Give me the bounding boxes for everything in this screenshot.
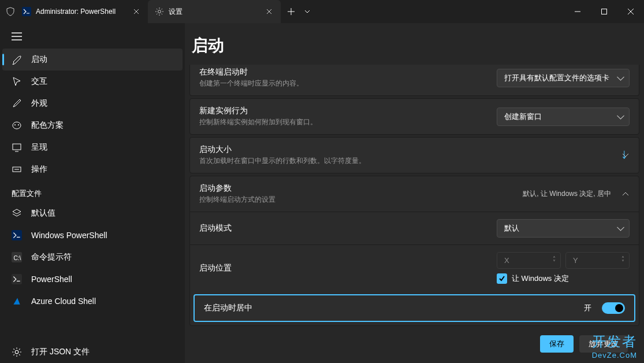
checkbox-icon [497, 273, 507, 284]
close-icon[interactable] [132, 7, 141, 16]
sidebar-item-label: 交互 [31, 76, 47, 87]
maximize-button[interactable] [591, 0, 617, 23]
sidebar-item-interaction[interactable]: 交互 [0, 71, 185, 92]
layers-icon [12, 208, 22, 218]
card-title: 启动参数 [199, 183, 516, 194]
sidebar-item-appearance[interactable]: 外观 [0, 92, 185, 114]
sidebar-profile-defaults[interactable]: 默认值 [0, 202, 185, 224]
tab-label: Administrator: PowerShell [36, 8, 127, 16]
sidebar-item-rendering[interactable]: 呈现 [0, 136, 185, 158]
input-pos-y[interactable]: Y˄˅ [565, 252, 630, 269]
svg-point-5 [18, 124, 19, 125]
svg-rect-0 [22, 7, 31, 16]
powershell-icon [12, 274, 22, 284]
new-tab-button[interactable] [281, 0, 301, 23]
spinner-icon[interactable]: ˄˅ [553, 257, 556, 264]
sidebar-item-actions[interactable]: 操作 [0, 158, 185, 180]
sidebar-profile-ps[interactable]: PowerShell [0, 268, 185, 290]
checkbox-label: 让 Windows 决定 [512, 273, 569, 284]
open-json-button[interactable]: 打开 JSON 文件 [0, 341, 185, 363]
toggle-center-on-launch[interactable] [602, 302, 625, 314]
sidebar-profile-azure[interactable]: Azure Cloud Shell [0, 290, 185, 312]
titlebar: Administrator: PowerShell 设置 [0, 0, 644, 23]
palette-icon [12, 120, 22, 131]
tab-powershell[interactable]: Administrator: PowerShell [15, 0, 148, 23]
sidebar-item-label: 配色方案 [31, 120, 64, 131]
gear-icon [12, 347, 22, 357]
svg-rect-8 [12, 230, 22, 240]
window-controls [564, 0, 644, 23]
sidebar-section-profiles: 配置文件 [0, 180, 185, 202]
sidebar-item-startup[interactable]: 启动 [2, 49, 183, 71]
row-label: 在启动时居中 [204, 303, 577, 313]
azure-icon [12, 296, 22, 306]
sidebar-item-label: 外观 [31, 98, 47, 109]
keyboard-icon [12, 164, 22, 175]
card-launch-size[interactable]: 启动大小 首次加载时在窗口中显示的行数和列数。以字符度量。 [189, 137, 639, 173]
shield-icon [6, 7, 15, 16]
sidebar-item-colorscheme[interactable]: 配色方案 [0, 114, 185, 136]
svg-text:C:\: C:\ [13, 255, 21, 261]
sidebar-profile-cmd[interactable]: C:\ 命令提示符 [0, 246, 185, 268]
rocket-icon [12, 54, 22, 65]
sidebar-item-label: 打开 JSON 文件 [31, 347, 90, 357]
card-title: 新建实例行为 [199, 106, 490, 116]
card-new-instance[interactable]: 新建实例行为 控制新终端实例如何附加到现有窗口。 创建新窗口 [189, 98, 639, 135]
card-title: 启动大小 [199, 145, 615, 155]
sidebar-item-label: 默认值 [31, 208, 55, 218]
card-startup-content[interactable]: 在终端启动时 创建第一个终端时应显示的内容。 打开具有默认配置文件的选项卡 [189, 65, 639, 96]
row-label: 启动位置 [199, 263, 490, 273]
card-launch-params: 启动参数 控制终端启动方式的设置 默认, 让 Windows 决定, 居中 启动… [189, 176, 639, 326]
toggle-state: 开 [584, 303, 591, 313]
tab-dropdown-button[interactable] [301, 0, 313, 23]
card-subtitle: 控制终端启动方式的设置 [199, 195, 516, 205]
input-pos-x[interactable]: X˄˅ [497, 252, 561, 269]
sidebar-item-label: 操作 [31, 164, 47, 175]
tab-settings[interactable]: 设置 [148, 0, 281, 23]
gear-icon [155, 7, 164, 16]
hamburger-button[interactable] [0, 23, 185, 49]
chevron-down-icon [621, 151, 630, 160]
sidebar-item-label: 启动 [31, 54, 47, 65]
titlebar-left [0, 0, 15, 23]
card-subtitle: 控制新终端实例如何附加到现有窗口。 [199, 117, 490, 127]
dropdown-startup-content[interactable]: 打开具有默认配置文件的选项卡 [497, 69, 630, 87]
svg-point-3 [13, 122, 21, 129]
save-button[interactable]: 保存 [540, 335, 574, 353]
sidebar-profile-winps[interactable]: Windows PowerShell [0, 224, 185, 246]
powershell-icon [22, 7, 31, 16]
svg-rect-2 [602, 9, 607, 14]
cursor-icon [12, 76, 22, 87]
main-panel: 启动 在终端启动时 创建第一个终端时应显示的内容。 打开具有默认配置文件的选项卡… [185, 23, 644, 363]
dropdown-new-instance[interactable]: 创建新窗口 [497, 108, 630, 126]
sidebar: 启动 交互 外观 配色方案 呈现 操作 配置文件 [0, 23, 185, 363]
row-label: 启动模式 [199, 223, 490, 234]
svg-point-12 [15, 350, 18, 354]
close-window-button[interactable] [617, 0, 644, 23]
powershell-icon [12, 230, 22, 240]
cmd-icon: C:\ [12, 252, 22, 262]
sidebar-item-label: PowerShell [31, 275, 72, 284]
row-launch-position: 启动位置 X˄˅ Y˄˅ 让 Windows 决定 [190, 245, 639, 291]
sidebar-item-label: Windows PowerShell [31, 231, 107, 240]
svg-point-4 [14, 124, 16, 125]
sidebar-item-label: 命令提示符 [31, 252, 72, 262]
svg-rect-6 [13, 144, 21, 150]
tab-label: 设置 [169, 7, 260, 17]
close-icon[interactable] [265, 7, 274, 16]
card-launch-params-header[interactable]: 启动参数 控制终端启动方式的设置 默认, 让 Windows 决定, 居中 [190, 176, 639, 212]
spinner-icon[interactable]: ˄˅ [621, 257, 624, 264]
footer-buttons: 保存 放弃更改 [540, 335, 628, 353]
card-subtitle: 首次加载时在窗口中显示的行数和列数。以字符度量。 [199, 156, 615, 166]
sidebar-item-label: Azure Cloud Shell [31, 297, 96, 306]
page-title: 启动 [185, 23, 644, 65]
svg-point-1 [158, 10, 161, 13]
dropdown-launch-mode[interactable]: 默认 [497, 219, 630, 238]
minimize-button[interactable] [564, 0, 591, 23]
discard-button[interactable]: 放弃更改 [579, 335, 628, 353]
monitor-icon [12, 142, 22, 153]
sidebar-item-label: 呈现 [31, 142, 47, 153]
card-subtitle: 创建第一个终端时应显示的内容。 [199, 79, 490, 88]
chevron-up-icon [621, 190, 630, 198]
checkbox-let-windows-decide[interactable]: 让 Windows 决定 [497, 273, 569, 284]
